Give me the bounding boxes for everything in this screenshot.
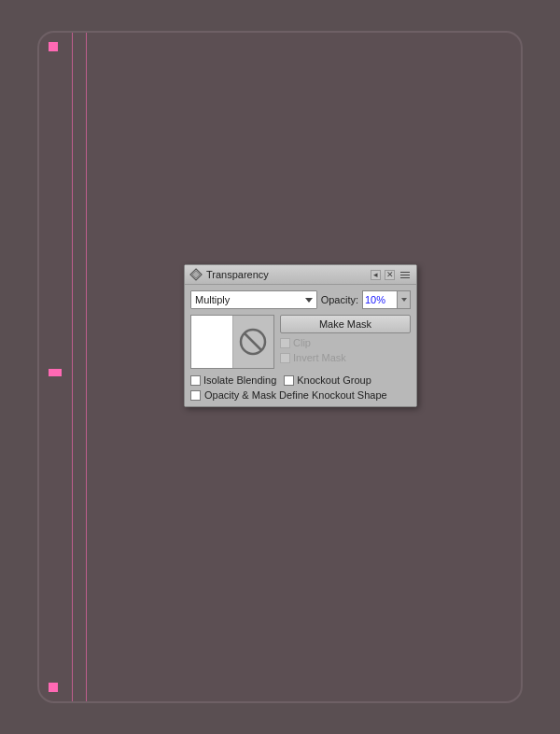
menu-icon-line1 bbox=[400, 272, 410, 273]
isolate-blending-label: Isolate Blending bbox=[203, 374, 276, 386]
no-mask-icon bbox=[238, 327, 268, 357]
canvas: Transparency ◂ ✕ Multiply Opacity: bbox=[37, 31, 523, 703]
invert-mask-checkbox[interactable] bbox=[280, 353, 290, 363]
thumbnail-layer bbox=[191, 316, 233, 368]
opacity-stepper[interactable] bbox=[397, 291, 410, 308]
guide-line-v2 bbox=[86, 33, 87, 701]
panel-controls: ◂ ✕ bbox=[371, 268, 412, 281]
invert-mask-label: Invert Mask bbox=[293, 352, 346, 363]
guide-line-v1 bbox=[72, 33, 73, 701]
opacity-input-group bbox=[362, 290, 411, 309]
menu-icon-line2 bbox=[400, 275, 410, 275]
transparency-icon bbox=[189, 268, 203, 281]
blend-mode-value: Multiply bbox=[195, 294, 230, 305]
opacity-input[interactable] bbox=[363, 291, 397, 308]
blend-mode-dropdown[interactable]: Multiply bbox=[190, 290, 317, 309]
clip-row: Clip bbox=[280, 337, 411, 348]
close-button[interactable]: ✕ bbox=[385, 270, 395, 280]
opacity-mask-row: Opacity & Mask Define Knockout Shape bbox=[190, 389, 411, 401]
opacity-label: Opacity: bbox=[321, 294, 358, 305]
invert-mask-row: Invert Mask bbox=[280, 352, 411, 363]
panel-title-left: Transparency bbox=[189, 268, 269, 281]
stepper-arrow-icon bbox=[401, 298, 407, 302]
make-mask-button[interactable]: Make Mask bbox=[280, 315, 411, 333]
panel-right-controls: Make Mask Clip Invert Mask bbox=[280, 315, 411, 369]
svg-line-3 bbox=[245, 333, 261, 350]
isolate-blending-checkbox[interactable] bbox=[190, 375, 201, 386]
collapse-button[interactable]: ◂ bbox=[371, 270, 381, 280]
thumbnail-controls-row: Make Mask Clip Invert Mask bbox=[190, 315, 411, 369]
blend-opacity-row: Multiply Opacity: bbox=[190, 290, 411, 309]
opacity-mask-label: Opacity & Mask Define Knockout Shape bbox=[204, 389, 387, 401]
clip-label: Clip bbox=[293, 337, 311, 348]
clip-checkbox[interactable] bbox=[280, 338, 290, 348]
knockout-group-label: Knockout Group bbox=[297, 374, 371, 386]
knockout-group-checkbox[interactable] bbox=[284, 375, 294, 386]
panel-title: Transparency bbox=[206, 269, 269, 280]
opacity-mask-checkbox[interactable] bbox=[190, 390, 201, 401]
knockout-group-row: Knockout Group bbox=[284, 374, 371, 386]
transparency-panel: Transparency ◂ ✕ Multiply Opacity: bbox=[184, 264, 417, 407]
panel-menu-button[interactable] bbox=[399, 268, 412, 281]
thumbnail-mask bbox=[233, 316, 274, 368]
menu-icon-line3 bbox=[400, 277, 410, 278]
blend-mode-arrow-icon bbox=[305, 298, 313, 303]
guide-marker-bottom-left bbox=[49, 683, 58, 692]
panel-titlebar[interactable]: Transparency ◂ ✕ bbox=[185, 265, 416, 285]
guide-marker-mid-left bbox=[49, 369, 62, 376]
guide-marker-top-left bbox=[49, 42, 58, 51]
panel-body: Multiply Opacity: bbox=[185, 285, 416, 406]
thumbnails-area bbox=[190, 315, 274, 369]
isolate-knockout-row: Isolate Blending Knockout Group bbox=[190, 374, 411, 386]
isolate-blending-row: Isolate Blending bbox=[190, 374, 276, 386]
